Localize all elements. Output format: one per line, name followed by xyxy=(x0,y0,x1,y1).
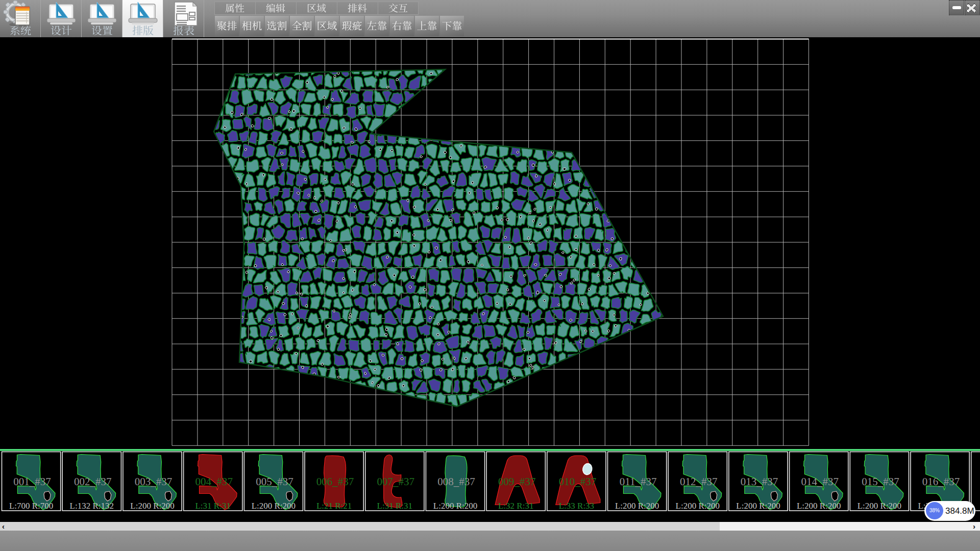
svg-text:011_#37: 011_#37 xyxy=(620,475,657,488)
svg-text:003_#37: 003_#37 xyxy=(135,475,173,488)
svg-text:008_#37: 008_#37 xyxy=(437,475,475,488)
svg-text:013_#37: 013_#37 xyxy=(741,475,778,488)
svg-text:L:21 R:21: L:21 R:21 xyxy=(316,501,352,511)
svg-text:L:200 R:200: L:200 R:200 xyxy=(433,501,477,511)
svg-text:L:700 R:700: L:700 R:700 xyxy=(9,501,53,511)
svg-text:001_#37: 001_#37 xyxy=(13,475,51,488)
svg-text:015_#37: 015_#37 xyxy=(862,475,899,488)
svg-text:L:33 R:33: L:33 R:33 xyxy=(559,501,594,511)
svg-text:L:32 R:31: L:32 R:31 xyxy=(498,501,533,511)
svg-text:L:200 R:200: L:200 R:200 xyxy=(130,501,174,511)
svg-text:L:200 R:200: L:200 R:200 xyxy=(736,501,780,511)
svg-text:012_#37: 012_#37 xyxy=(680,475,718,488)
svg-text:004_#37: 004_#37 xyxy=(195,475,233,488)
svg-text:L:200 R:200: L:200 R:200 xyxy=(252,501,296,511)
svg-text:007_#37: 007_#37 xyxy=(377,475,415,488)
svg-text:010_#37: 010_#37 xyxy=(559,475,597,488)
svg-text:L:200 R:200: L:200 R:200 xyxy=(615,501,659,511)
svg-text:L:31 R:31: L:31 R:31 xyxy=(377,501,412,511)
svg-text:005_#37: 005_#37 xyxy=(256,475,293,488)
svg-text:L:200 R:200: L:200 R:200 xyxy=(857,501,901,511)
svg-text:009_#37: 009_#37 xyxy=(498,475,536,488)
svg-text:L:200 R:200: L:200 R:200 xyxy=(676,501,720,511)
svg-text:006_#37: 006_#37 xyxy=(316,475,354,488)
svg-text:L:132 R:132: L:132 R:132 xyxy=(70,501,114,511)
svg-text:014_#37: 014_#37 xyxy=(801,475,839,488)
svg-text:016_#37: 016_#37 xyxy=(922,475,960,488)
svg-text:L:200 R:200: L:200 R:200 xyxy=(797,501,841,511)
svg-text:L:31 R:31: L:31 R:31 xyxy=(195,501,230,511)
svg-text:002_#37: 002_#37 xyxy=(74,475,112,488)
